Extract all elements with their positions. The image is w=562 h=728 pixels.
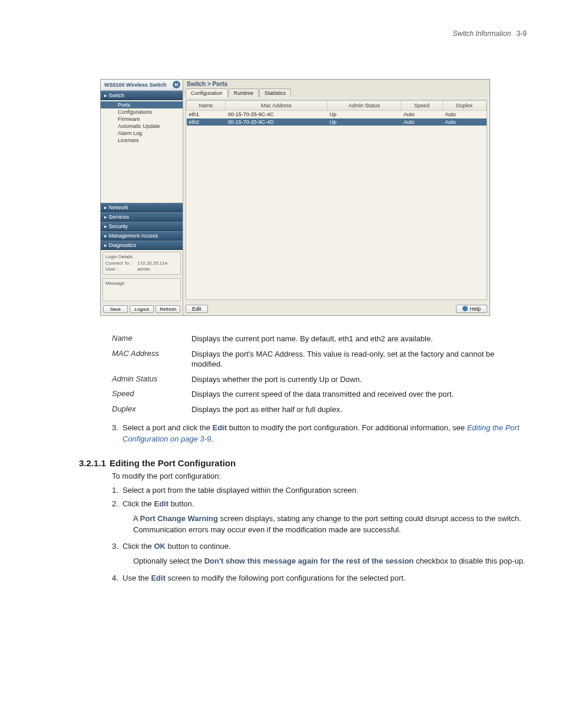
def-desc: Displays the current port name. By defau… [191,334,527,344]
text: screen to modify the following port conf… [166,574,406,582]
step-number: 3. [112,541,123,571]
table-row[interactable]: eth2 00-15-70-25-9C-4D Up Auto Auto [187,118,487,126]
breadcrumb: Switch > Ports [183,80,490,88]
text: . [211,434,213,443]
key-icon [110,139,116,143]
cell-duplex: Auto [442,118,486,126]
keyword-dont-show: Don't show this message again for the re… [204,556,414,565]
user-value: admin [137,266,150,272]
col-mac[interactable]: Mac Address [226,101,328,111]
cell-speed: Auto [401,118,442,126]
cell-name: eth1 [187,111,226,118]
col-admin[interactable]: Admin Status [327,101,401,111]
tab-bar: Configuration Runtime Statistics [183,88,490,97]
section-intro: To modify the port configuration: [112,472,527,480]
header-page: 3-9 [517,29,527,38]
procedure-steps: 1. Select a port from the table displaye… [112,485,527,584]
col-duplex[interactable]: Duplex [442,101,486,111]
cell-name: eth2 [187,118,226,126]
ports-table: Name Mac Address Admin Status Speed Dupl… [186,100,487,126]
tree-alarm-log[interactable]: Alarm Log [101,130,183,137]
cell-admin: Up [327,111,401,118]
step-number: 2. [112,499,123,539]
update-icon [110,124,116,129]
step-3-paragraph: 3. Select a port and click the Edit butt… [112,423,527,445]
keyword-edit: Edit [154,499,168,508]
nav-security[interactable]: ▸ Security [101,222,183,231]
login-title: Login Details [105,254,178,259]
keyword-warning: Port Change Warning [140,514,218,523]
user-label: User : [105,266,135,272]
logout-button[interactable]: Logout [130,305,154,313]
text: checkbox to disable this pop-up. [414,556,525,565]
tab-statistics[interactable]: Statistics [259,88,291,97]
message-title: Message [105,281,178,286]
text: Optionally select the [133,556,204,565]
def-term: Name [112,334,191,344]
tree-licenses[interactable]: Licenses [101,137,183,144]
cell-admin: Up [327,118,401,126]
chip-icon [110,117,116,122]
help-button[interactable]: Help [456,305,487,313]
refresh-button[interactable]: Refresh [156,305,180,313]
cell-mac: 00-15-70-25-9C-4C [226,111,328,118]
keyword-edit: Edit [151,574,166,582]
cell-mac: 00-15-70-25-9C-4D [226,118,328,126]
folder-icon [110,110,116,115]
connect-value: 172.20.25.114 [137,261,167,266]
edit-button[interactable]: Edit [186,305,208,313]
tab-runtime[interactable]: Runtime [229,88,259,97]
text: Use the [123,574,151,582]
page-header: Switch Information 3-9 [35,29,527,38]
field-definitions: NameDisplays the current port name. By d… [112,334,527,414]
main-panel: Switch > Ports Configuration Runtime Sta… [183,80,490,315]
section-number: 3.2.1.1 [79,458,110,468]
def-term: Speed [112,389,191,400]
tree-configurations[interactable]: Configurations [101,108,183,116]
step-number: 4. [112,573,123,584]
def-desc: Displays the port's MAC Address. This va… [191,349,527,370]
connect-label: Connect To : [105,261,135,266]
tree-auto-update[interactable]: Automatic Update [101,123,183,130]
nav-tree: Ports Configurations Firmware Automatic … [101,100,183,146]
header-title: Switch Information [453,29,511,38]
keyword-ok: OK [154,542,166,551]
def-term: Duplex [112,404,191,415]
ports-icon [110,103,116,108]
log-icon [110,131,116,136]
col-name[interactable]: Name [187,101,226,111]
def-term: MAC Address [112,349,191,370]
section-title: Editing the Port Configuration [110,458,236,468]
text: Click the [123,542,154,551]
text: button to continue. [166,542,231,551]
def-desc: Displays the port as either half or full… [191,404,527,415]
nav-network[interactable]: ▸ Network [101,203,183,212]
save-button[interactable]: Save [103,305,128,313]
text: A [133,514,140,523]
login-details: Login Details Connect To :172.20.25.114 … [103,252,181,275]
cell-speed: Auto [401,111,442,118]
sidebar: WS5100 Wireless Switch M ▸ Switch Ports … [101,80,183,315]
nav-services[interactable]: ▸ Services [101,212,183,222]
product-name: WS5100 Wireless Switch [104,82,166,88]
nav-switch[interactable]: ▸ Switch [101,91,183,100]
text: button to modify the port configuration.… [227,423,467,432]
text: Click the [123,499,154,508]
text: button. [168,499,194,508]
cell-duplex: Auto [442,111,486,118]
tree-firmware[interactable]: Firmware [101,116,183,123]
step-number: 1. [112,485,123,496]
nav-diag[interactable]: ▸ Diagnostics [101,241,183,250]
keyword-edit: Edit [212,423,227,432]
message-box: Message [103,278,181,301]
product-title: WS5100 Wireless Switch M [101,80,183,91]
def-desc: Displays whether the port is currently U… [191,374,527,385]
nav-mgmt[interactable]: ▸ Management Access [101,231,183,241]
col-speed[interactable]: Speed [401,101,442,111]
tab-configuration[interactable]: Configuration [186,88,228,97]
tree-ports[interactable]: Ports [101,101,183,108]
table-row[interactable]: eth1 00-15-70-25-9C-4C Up Auto Auto [187,111,487,118]
section-heading: 3.2.1.1Editing the Port Configuration [79,458,527,468]
brand-logo-icon: M [173,81,180,88]
def-term: Admin Status [112,374,191,385]
